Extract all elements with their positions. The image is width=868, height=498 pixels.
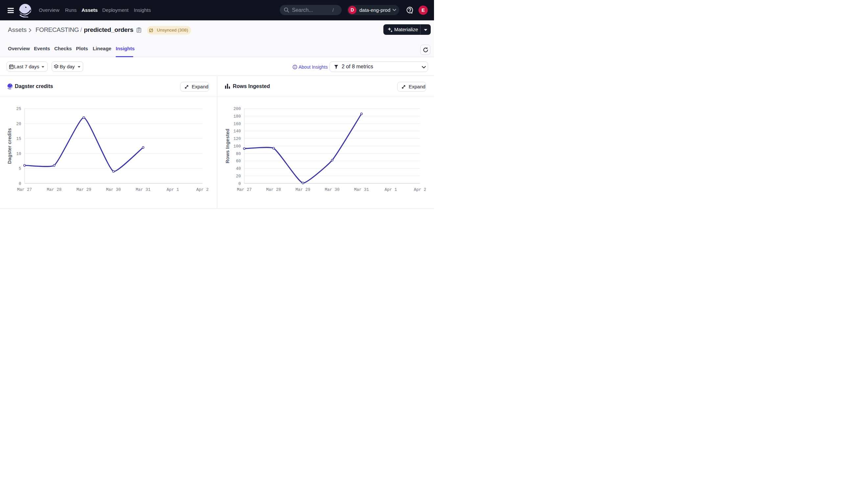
svg-text:160: 160 [233,122,241,127]
svg-text:Mar 30: Mar 30 [325,187,340,192]
svg-text:200: 200 [233,107,241,112]
svg-text:0: 0 [238,182,241,186]
svg-text:Apr 2: Apr 2 [196,187,209,192]
svg-text:Apr 1: Apr 1 [385,187,397,192]
svg-text:Dagster credits: Dagster credits [7,128,12,164]
svg-text:Mar 31: Mar 31 [136,187,151,192]
svg-text:Mar 29: Mar 29 [76,187,91,192]
svg-text:15: 15 [16,137,21,141]
svg-text:Mar 28: Mar 28 [266,187,281,192]
svg-text:Mar 30: Mar 30 [106,187,121,192]
svg-text:120: 120 [233,137,241,141]
svg-text:25: 25 [16,107,21,112]
svg-text:Mar 31: Mar 31 [354,187,369,192]
svg-text:Rows Ingested: Rows Ingested [225,129,230,163]
svg-text:180: 180 [233,114,241,119]
svg-text:Apr 1: Apr 1 [167,187,179,192]
svg-text:80: 80 [236,152,241,156]
svg-text:Apr 2: Apr 2 [414,187,426,192]
svg-text:20: 20 [16,122,21,127]
svg-text:Mar 27: Mar 27 [17,187,32,192]
svg-text:60: 60 [236,159,241,163]
svg-text:40: 40 [236,167,241,171]
svg-text:0: 0 [19,182,21,186]
svg-text:140: 140 [233,129,241,134]
svg-text:20: 20 [236,174,241,179]
svg-text:5: 5 [19,167,21,171]
svg-text:100: 100 [233,144,241,149]
svg-text:Mar 29: Mar 29 [296,187,310,192]
svg-text:Mar 27: Mar 27 [237,187,252,192]
svg-text:Mar 28: Mar 28 [47,187,62,192]
svg-text:10: 10 [16,152,21,156]
